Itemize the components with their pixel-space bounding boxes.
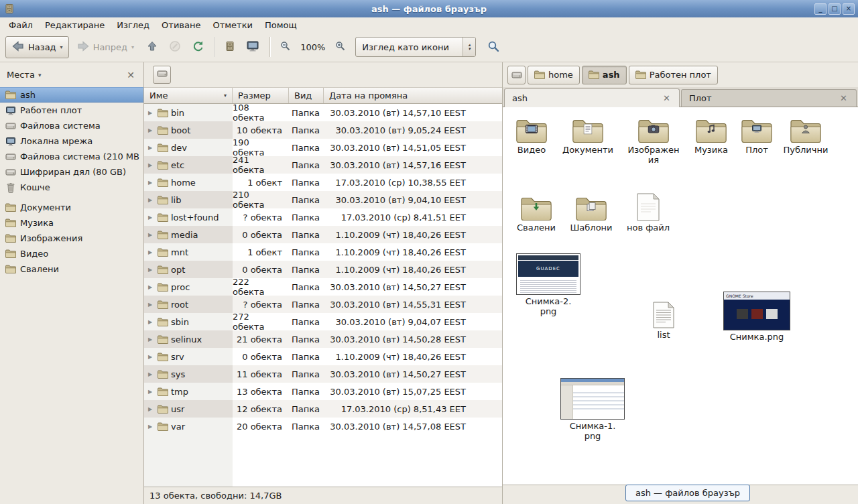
- expander-icon[interactable]: ▶: [148, 214, 155, 220]
- table-row[interactable]: ▶proc222 обектаПапка30.03.2010 (вт) 14,5…: [144, 278, 502, 296]
- zoom-in-button[interactable]: [330, 37, 350, 57]
- expander-icon[interactable]: ▶: [148, 424, 155, 430]
- menu-bookmarks[interactable]: Отметки: [206, 18, 258, 32]
- back-button[interactable]: Назад ▾: [5, 36, 69, 58]
- tab-close-icon[interactable]: ✕: [839, 94, 849, 103]
- table-row[interactable]: ▶media0 обектаПапка1.10.2009 (чт) 18,40,…: [144, 226, 502, 243]
- table-row[interactable]: ▶lost+found? обектаПапка17.03.2010 (ср) …: [144, 208, 502, 226]
- window-list-button[interactable]: ash — файлов браузър: [625, 485, 750, 501]
- pathbar-button-home[interactable]: home: [528, 66, 580, 84]
- column-header-name[interactable]: Име▾: [144, 88, 233, 103]
- table-row[interactable]: ▶tmp13 обектаПапка30.03.2010 (вт) 15,07,…: [144, 383, 502, 400]
- expander-icon[interactable]: ▶: [148, 371, 155, 377]
- expander-icon[interactable]: ▶: [148, 180, 155, 186]
- file-icon-pictures[interactable]: Изображен ия: [625, 115, 682, 166]
- menu-view[interactable]: Изглед: [111, 18, 156, 32]
- tab-desktop[interactable]: Плот✕: [681, 89, 857, 107]
- table-row[interactable]: ▶home1 обектПапка17.03.2010 (ср) 10,38,5…: [144, 174, 502, 191]
- expander-icon[interactable]: ▶: [148, 145, 155, 151]
- up-button[interactable]: [141, 36, 163, 58]
- menu-file[interactable]: Файл: [3, 18, 39, 32]
- list-empty-area[interactable]: [144, 435, 502, 487]
- pathbar-button-desktop[interactable]: Работен плот: [629, 66, 718, 84]
- table-row[interactable]: ▶srv0 обектаПапка1.10.2009 (чт) 18,40,26…: [144, 348, 502, 365]
- menu-help[interactable]: Помощ: [259, 18, 303, 32]
- sidebar-item-ash[interactable]: ash: [0, 87, 143, 103]
- home-button[interactable]: [220, 37, 240, 58]
- table-row[interactable]: ▶sbin272 обектаПапка30.03.2010 (вт) 9,04…: [144, 313, 502, 330]
- sidebar-item-filesystem[interactable]: Файлова система: [0, 118, 143, 133]
- sidebar-item-filesystem-210mb[interactable]: Файлова система (210 MB): [0, 149, 143, 164]
- file-icon-downloads[interactable]: Свалени: [508, 193, 564, 233]
- expander-icon[interactable]: ▶: [148, 267, 155, 273]
- computer-button[interactable]: [241, 36, 264, 58]
- sidebar-mode-chevron-icon[interactable]: ▾: [38, 72, 42, 78]
- sidebar-item-desktop[interactable]: Работен плот: [0, 103, 143, 118]
- reload-button[interactable]: [187, 36, 208, 58]
- tab-ash[interactable]: ash✕: [504, 88, 680, 107]
- sidebar-item-trash[interactable]: Кошче: [0, 180, 143, 195]
- expander-icon[interactable]: ▶: [148, 336, 155, 342]
- close-button[interactable]: ×: [843, 3, 855, 15]
- expander-icon[interactable]: ▶: [148, 319, 155, 325]
- sidebar-item-encrypted-80gb[interactable]: Шифриран дял (80 GB): [0, 164, 143, 180]
- table-row[interactable]: ▶var20 обектаПапка30.03.2010 (вт) 14,57,…: [144, 418, 502, 435]
- tab-close-icon[interactable]: ✕: [662, 94, 672, 103]
- expander-icon[interactable]: ▶: [148, 162, 155, 168]
- sidebar-item-documents[interactable]: Документи: [0, 200, 143, 215]
- file-icon-new-file[interactable]: нов файл: [620, 193, 676, 233]
- expander-icon[interactable]: ▶: [148, 354, 155, 360]
- expander-icon[interactable]: ▶: [148, 232, 155, 238]
- expander-icon[interactable]: ▶: [148, 389, 155, 395]
- file-icon-snimka-1-png[interactable]: Снимка-1. png: [559, 378, 626, 442]
- table-row[interactable]: ▶mnt1 обектПапка1.10.2009 (чт) 18,40,26 …: [144, 243, 502, 261]
- file-icon-list-file[interactable]: list: [635, 300, 692, 340]
- file-icon-templates[interactable]: Шаблони: [563, 193, 619, 233]
- table-row[interactable]: ▶boot10 обектаПапка30.03.2010 (вт) 9,05,…: [144, 121, 502, 139]
- table-row[interactable]: ▶usr12 обектаПапка17.03.2010 (ср) 8,51,4…: [144, 400, 502, 418]
- expander-icon[interactable]: ▶: [148, 284, 155, 290]
- expander-icon[interactable]: ▶: [148, 249, 155, 255]
- table-row[interactable]: ▶bin108 обектаПапка30.03.2010 (вт) 14,57…: [144, 104, 502, 121]
- file-icon-snimka-png[interactable]: GNOME StoreСнимка.png: [722, 292, 792, 342]
- icon-canvas[interactable]: ВидеоДокументиИзображен ияМузикаПлотПубл…: [503, 107, 858, 485]
- menu-go[interactable]: Отиване: [156, 18, 206, 32]
- pathbar-button-ash[interactable]: ash: [582, 66, 627, 84]
- file-icon-documents[interactable]: Документи: [560, 115, 616, 155]
- column-header-date[interactable]: Дата на промяна: [324, 88, 502, 103]
- menu-edit[interactable]: Редактиране: [39, 18, 111, 32]
- table-row[interactable]: ▶etc241 обектаПапка30.03.2010 (вт) 14,57…: [144, 156, 502, 174]
- expander-icon[interactable]: ▶: [148, 110, 155, 116]
- expander-icon[interactable]: ▶: [148, 302, 155, 308]
- expander-icon[interactable]: ▶: [148, 197, 155, 203]
- file-icon-public[interactable]: Публични: [778, 115, 834, 155]
- column-header-type[interactable]: Вид: [289, 88, 324, 103]
- sidebar-item-music[interactable]: Музика: [0, 215, 143, 231]
- maximize-button[interactable]: □: [829, 3, 841, 15]
- sidebar-item-local-network[interactable]: Локална мрежа: [0, 133, 143, 149]
- expander-icon[interactable]: ▶: [148, 127, 155, 133]
- sidebar-item-pictures[interactable]: Изображения: [0, 231, 143, 246]
- file-icon-desktop[interactable]: Плот: [729, 115, 785, 155]
- sidebar-item-videos[interactable]: Видео: [0, 246, 143, 261]
- table-row[interactable]: ▶sys11 обектаПапка30.03.2010 (вт) 14,50,…: [144, 365, 502, 383]
- sidebar-item-downloads[interactable]: Свалени: [0, 261, 143, 277]
- table-row[interactable]: ▶root? обектаПапка30.03.2010 (вт) 14,55,…: [144, 296, 502, 313]
- table-row[interactable]: ▶selinux21 обектаПапка30.03.2010 (вт) 14…: [144, 330, 502, 348]
- search-button[interactable]: [483, 36, 504, 58]
- left-pathbar-root-button[interactable]: [153, 66, 171, 84]
- view-mode-select[interactable]: Изглед като икони ▴▾: [355, 37, 476, 57]
- forward-button[interactable]: Напред ▾: [70, 36, 141, 58]
- minimize-button[interactable]: _: [814, 3, 826, 15]
- sidebar-close-icon[interactable]: ✕: [125, 70, 137, 80]
- table-row[interactable]: ▶lib210 обектаПапка30.03.2010 (вт) 9,04,…: [144, 191, 502, 208]
- titlebar[interactable]: ash — файлов браузър _ □ ×: [0, 0, 858, 17]
- pathbar-button-root[interactable]: [507, 66, 526, 84]
- stop-button[interactable]: [164, 36, 186, 58]
- file-icon-snimka-2-png[interactable]: GUADECСнимка-2. png: [515, 253, 582, 317]
- column-header-size[interactable]: Размер: [233, 88, 289, 103]
- zoom-out-button[interactable]: [275, 37, 295, 57]
- file-icon-videos[interactable]: Видео: [503, 115, 560, 155]
- table-row[interactable]: ▶dev190 обектаПапка30.03.2010 (вт) 14,51…: [144, 139, 502, 156]
- table-row[interactable]: ▶opt0 обектаПапка1.10.2009 (чт) 18,40,26…: [144, 261, 502, 278]
